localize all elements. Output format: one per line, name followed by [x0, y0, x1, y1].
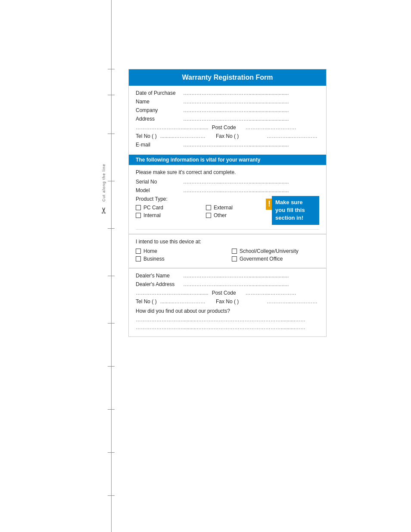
usage-checkboxes: Home School/College/University Business …	[136, 248, 319, 262]
other-box	[206, 213, 211, 218]
tick-mark	[108, 452, 115, 453]
govt-box	[232, 256, 237, 261]
fax-label: Fax No ( )	[216, 133, 263, 139]
post-code-value: …………...……………	[246, 124, 296, 131]
name-value: ….….…………....…………….......................…	[183, 99, 319, 105]
company-row: Company ….….…………....……………...............…	[136, 107, 319, 113]
home-label: Home	[143, 248, 157, 254]
serial-no-value: ….….…………....…………….......................…	[183, 179, 319, 185]
address-row: Address ….….…………....……………...............…	[136, 116, 319, 122]
tick-mark	[108, 228, 115, 229]
serial-no-label: Serial No	[136, 179, 183, 185]
internal-checkbox[interactable]: Internal	[136, 212, 197, 218]
pc-card-checkbox[interactable]: PC Card	[136, 205, 197, 211]
school-label: School/College/University	[240, 248, 299, 254]
other-label: Other	[214, 212, 227, 218]
usage-section: I intend to use this device at: Home Sch…	[129, 234, 326, 268]
home-box	[136, 249, 141, 254]
business-box	[136, 256, 141, 261]
page: Cut along the line ✂ Warranty Registrati…	[0, 0, 411, 532]
tel-fax-row: Tel No ( ) ..........……………… Fax No ( ) ……	[136, 133, 319, 139]
model-row: Model ….….…………....…………….................…	[136, 187, 319, 193]
external-label: External	[214, 205, 233, 211]
email-label: E-mail	[136, 142, 183, 148]
dealer-section: Dealer's Name ….….…………....…………….........…	[129, 268, 326, 336]
internal-box	[136, 213, 141, 218]
post-code-label: Post Code	[212, 124, 242, 131]
address-label: Address	[136, 116, 183, 122]
company-label: Company	[136, 107, 183, 113]
email-row: E-mail ….….…………....……………................…	[136, 142, 319, 148]
tick-mark	[108, 181, 115, 181]
dealer-tel-fax-row: Tel No ( ) ..........……………… Fax No ( ) ……	[136, 299, 319, 305]
how-label: How did you find out about our products?	[136, 308, 319, 314]
scissors-icon: ✂	[99, 207, 109, 214]
tick-mark	[108, 495, 115, 496]
serial-no-row: Serial No ….….…………....…………….............…	[136, 179, 319, 185]
dealer-tel-label: Tel No ( )	[136, 299, 157, 305]
other-checkbox[interactable]: Other	[206, 212, 268, 218]
govt-checkbox[interactable]: Government Office	[232, 256, 319, 262]
dealer-post-code-value: …………...……………	[246, 290, 296, 296]
external-box	[206, 205, 211, 210]
vital-note: Please make sure it's correct and comple…	[136, 169, 319, 175]
vital-info-body: Please make sure it's correct and comple…	[129, 165, 326, 234]
cut-label-area: Cut along the line ✂	[100, 164, 107, 215]
dealer-fax-value: …………...……………	[267, 299, 318, 305]
tick-mark	[108, 409, 115, 410]
dealers-name-label: Dealer's Name	[136, 273, 183, 279]
internal-label: Internal	[143, 212, 161, 218]
dealers-address-label: Dealer's Address	[136, 281, 183, 287]
tick-mark	[108, 366, 115, 367]
date-of-purchase-label: Date of Purchase	[136, 90, 183, 96]
warranty-form: Warranty Registration Form Date of Purch…	[128, 69, 327, 337]
make-sure-line2: you fill this	[275, 206, 316, 214]
tick-mark	[108, 323, 115, 324]
tick-mark	[108, 95, 115, 95]
external-checkbox[interactable]: External	[206, 205, 268, 211]
product-checkboxes: PC Card External Internal Other	[136, 205, 268, 218]
form-title: Warranty Registration Form	[129, 69, 326, 86]
school-checkbox[interactable]: School/College/University	[232, 248, 319, 254]
name-row: Name ….….…………....……………..................…	[136, 99, 319, 105]
dealers-address-row: Dealer's Address ….….…………....……………......…	[136, 281, 319, 287]
dealer-tel-value: ..........………………	[160, 299, 206, 305]
cut-label-text: Cut along the line	[102, 164, 106, 202]
dealers-name-row: Dealer's Name ….….…………....…………….........…	[136, 273, 319, 279]
tick-mark	[108, 134, 115, 134]
business-checkbox[interactable]: Business	[136, 256, 223, 262]
how-section: How did you find out about our products?…	[136, 308, 319, 330]
personal-info-section: Date of Purchase ….….…………....……………......…	[129, 86, 326, 155]
answer-dots-1: ………………………..........……….…………………………………....…	[136, 317, 319, 323]
vital-info-header: The following information is vital for y…	[129, 155, 326, 165]
tel-label: Tel No ( )	[136, 133, 157, 139]
address2-dots: ………………………....…….......	[136, 124, 209, 131]
tel-value: ..........………………	[160, 133, 206, 139]
dealer-post-code-label: Post Code	[212, 290, 242, 296]
pc-card-label: PC Card	[143, 205, 163, 211]
dealer-address2-dots: ………………………....…….......	[136, 290, 209, 296]
business-label: Business	[143, 256, 165, 262]
tick-mark	[108, 69, 115, 69]
date-of-purchase-row: Date of Purchase ….….…………....……………......…	[136, 90, 319, 96]
name-label: Name	[136, 99, 183, 105]
product-type-left: Product Type: PC Card External Intern	[136, 196, 268, 218]
dealers-name-value: ….….…………....…………….......................…	[183, 273, 319, 279]
form-title-text: Warranty Registration Form	[182, 74, 273, 81]
make-sure-line1: Make sure	[275, 199, 316, 206]
make-sure-line3: section in!	[275, 214, 316, 222]
dealer-fax-label: Fax No ( )	[216, 299, 263, 305]
tick-mark	[108, 276, 115, 276]
model-value: ….….…………....…………….......................…	[183, 187, 319, 193]
address-value: ….….…………....…………….......................…	[183, 116, 319, 122]
home-checkbox[interactable]: Home	[136, 248, 223, 254]
school-box	[232, 249, 237, 254]
make-sure-banner: Make sure you fill this section in!	[272, 196, 319, 225]
fax-value: …………...……………	[267, 133, 318, 139]
company-value: ….….…………....…………….......................…	[183, 107, 319, 113]
model-label: Model	[136, 187, 183, 193]
email-value: ….….…………....…………….......................…	[183, 142, 319, 148]
date-of-purchase-value: ….….…………....…………….......................…	[183, 90, 319, 96]
answer-dots-2: ………………………..........……….…………………………………....…	[136, 324, 319, 330]
product-type-label: Product Type:	[136, 196, 268, 202]
